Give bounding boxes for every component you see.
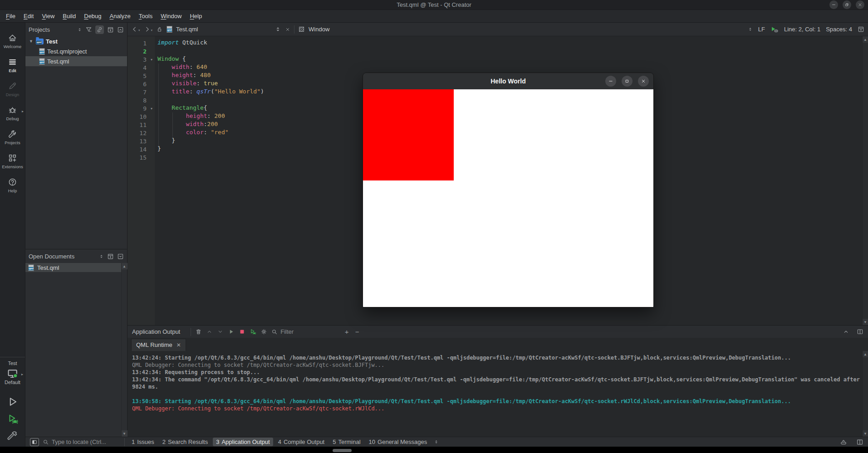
go-back-button[interactable]: ▾ <box>131 26 140 33</box>
next-item-icon[interactable] <box>217 328 224 335</box>
app-maximize-button[interactable] <box>622 76 633 87</box>
gutter-row[interactable]: 10 <box>128 112 155 121</box>
pane-button-terminal[interactable]: 5Terminal <box>329 438 363 446</box>
line-ending-indicator[interactable]: LF <box>758 26 765 33</box>
tree-item-test-qmlproject[interactable]: Test.qmlproject <box>25 46 127 56</box>
mode-design[interactable]: Design <box>0 77 25 101</box>
menu-help[interactable]: Help <box>186 11 206 21</box>
gutter-row[interactable]: 5 <box>128 72 155 80</box>
code-line[interactable]: import QtQuick <box>157 39 868 47</box>
application-output-log[interactable]: 13:42:24: Starting /opt/Qt/6.8.3/gcc_64/… <box>128 351 862 437</box>
tree-item-test[interactable]: ▼Test <box>25 36 127 46</box>
cursor-position-indicator[interactable]: Line: 2, Col: 1 <box>784 26 820 33</box>
editor-scrollbar[interactable]: ▲ ▼ <box>862 36 868 325</box>
fold-marker-icon[interactable]: ▾ <box>148 58 155 62</box>
close-panel-icon[interactable] <box>117 26 124 33</box>
gutter-row[interactable]: 9▾ <box>128 104 155 112</box>
run-icon[interactable] <box>228 328 235 335</box>
close-button[interactable] <box>856 0 864 9</box>
maximize-pane-icon[interactable] <box>843 328 849 335</box>
progress-details-icon[interactable] <box>840 438 847 446</box>
close-document-button[interactable] <box>285 27 290 32</box>
gutter-row[interactable]: 2 <box>128 47 155 55</box>
run-button[interactable] <box>7 396 19 408</box>
pane-button-issues[interactable]: 1Issues <box>128 438 157 446</box>
sync-with-editor-button[interactable] <box>95 25 104 34</box>
filter-input[interactable] <box>280 328 330 335</box>
gutter-row[interactable]: 3▾ <box>128 55 155 63</box>
open-documents-scrollbar[interactable]: ▲ ▼ <box>121 263 127 437</box>
close-panel-icon[interactable] <box>117 253 124 260</box>
tree-item-test-qml[interactable]: Test.qml <box>25 56 127 66</box>
clear-output-icon[interactable] <box>195 328 202 335</box>
toggle-right-sidebar-icon[interactable] <box>856 438 863 446</box>
app-window-titlebar[interactable]: Hello World <box>363 73 653 89</box>
zoom-in-button[interactable]: + <box>343 328 350 336</box>
open-documents-title[interactable]: Open Documents <box>29 253 96 260</box>
scroll-down-icon[interactable]: ▼ <box>122 430 128 437</box>
minimize-button[interactable] <box>829 0 838 9</box>
pane-button-application-output[interactable]: 3Application Output <box>213 438 273 446</box>
panel-combo-icon[interactable] <box>77 26 82 33</box>
combo-arrows-icon[interactable] <box>748 26 753 33</box>
mode-help[interactable]: Help <box>0 173 25 197</box>
filter-tree-icon[interactable] <box>85 26 92 33</box>
mode-welcome[interactable]: Welcome <box>0 29 25 53</box>
stop-icon[interactable] <box>239 328 245 335</box>
kit-selector-button[interactable]: Default ▸ <box>0 366 25 386</box>
menu-file[interactable]: File <box>2 11 20 21</box>
code-line[interactable]: Window { <box>157 55 868 63</box>
qml-preview-icon[interactable] <box>770 26 779 33</box>
gutter-row[interactable]: 1 <box>128 39 155 47</box>
gutter-row[interactable]: 4 <box>128 63 155 72</box>
gutter-row[interactable]: 8 <box>128 96 155 104</box>
scroll-down-icon[interactable]: ▼ <box>863 430 868 437</box>
toggle-left-sidebar-button[interactable] <box>30 438 39 446</box>
mode-edit[interactable]: Edit <box>0 53 25 77</box>
scroll-up-icon[interactable]: ▲ <box>863 351 868 357</box>
menu-analyze[interactable]: Analyze <box>106 11 135 21</box>
pane-button-general-messages[interactable]: 10General Messages <box>366 438 431 446</box>
panel-combo-icon[interactable] <box>99 253 104 260</box>
output-scrollbar[interactable]: ▲ ▼ <box>862 351 868 437</box>
indentation-indicator[interactable]: Spaces: 4 <box>826 26 852 33</box>
menu-build[interactable]: Build <box>59 11 80 21</box>
tab-qml-runtime[interactable]: QML Runtime ✕ <box>131 339 186 351</box>
mode-debug[interactable]: Debug▸ <box>0 101 25 125</box>
restore-button[interactable] <box>843 0 851 9</box>
menu-edit[interactable]: Edit <box>20 11 38 21</box>
previous-item-icon[interactable] <box>206 328 213 335</box>
app-close-button[interactable] <box>638 76 649 87</box>
fold-marker-icon[interactable]: ▾ <box>148 107 155 111</box>
open-file-dropdown[interactable]: Test.qml <box>176 26 281 33</box>
settings-gear-icon[interactable] <box>260 328 267 335</box>
code-editor[interactable]: 123▾456789▾101112131415 import QtQuickWi… <box>128 36 868 325</box>
menu-window[interactable]: Window <box>157 11 186 21</box>
split-editor-icon[interactable] <box>858 26 864 33</box>
projects-panel-title[interactable]: Projects <box>29 26 74 33</box>
pane-button-search-results[interactable]: 2Search Results <box>159 438 211 446</box>
gutter-row[interactable]: 14 <box>128 145 155 153</box>
locator-input[interactable] <box>52 438 118 445</box>
expand-caret-icon[interactable]: ▼ <box>29 39 34 44</box>
scroll-down-icon[interactable]: ▼ <box>863 319 868 325</box>
gutter-row[interactable]: 7 <box>128 88 155 96</box>
symbol-dropdown[interactable]: Window <box>309 26 329 33</box>
mode-projects[interactable]: Projects <box>0 125 25 149</box>
unlocked-icon[interactable] <box>156 26 163 33</box>
gutter-row[interactable]: 15 <box>128 153 155 161</box>
scroll-up-icon[interactable]: ▲ <box>122 263 128 269</box>
debug-run-button[interactable] <box>7 413 19 425</box>
code-line[interactable]: width: 640 <box>157 63 868 72</box>
gutter-row[interactable]: 12 <box>128 129 155 137</box>
menu-tools[interactable]: Tools <box>135 11 157 21</box>
mode-extensions[interactable]: Extensions <box>0 149 25 173</box>
scroll-up-icon[interactable]: ▲ <box>863 36 868 43</box>
go-forward-button[interactable]: ▾ <box>144 26 153 33</box>
menu-view[interactable]: View <box>38 11 59 21</box>
gutter-row[interactable]: 6 <box>128 80 155 88</box>
pane-button-compile-output[interactable]: 4Compile Output <box>275 438 328 446</box>
tab-close-icon[interactable]: ✕ <box>177 342 181 348</box>
code-line[interactable] <box>157 47 868 55</box>
hello-world-app-window[interactable]: Hello World <box>363 73 654 307</box>
